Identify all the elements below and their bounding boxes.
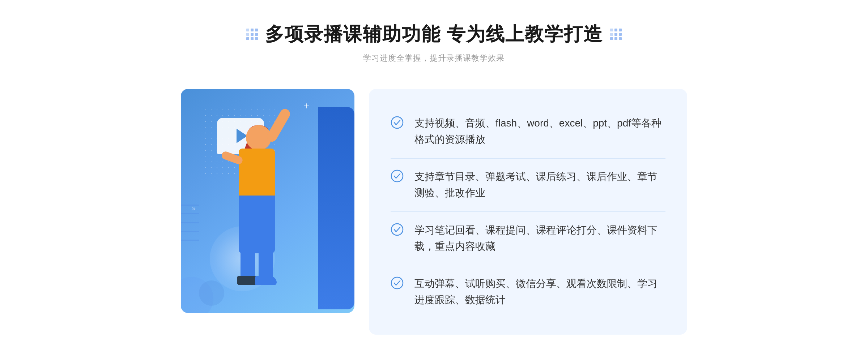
figure-shoe-left: [237, 276, 257, 285]
figure-body: [239, 149, 275, 199]
illustration-area: »: [181, 82, 369, 335]
deco-circle-small: [199, 280, 224, 306]
svg-point-0: [391, 117, 403, 128]
deco-lines: [181, 205, 199, 241]
feature-text-1: 支持视频、音频、flash、word、excel、ppt、pdf等各种格式的资源…: [414, 115, 665, 148]
feature-item-2: 支持章节目录、弹题考试、课后练习、课后作业、章节测验、批改作业: [391, 162, 665, 208]
figure-leg-right: [259, 244, 273, 280]
sparkle-2: [304, 103, 311, 111]
separator-3: [391, 265, 665, 265]
check-icon-3: [391, 223, 404, 236]
content-section: » »: [181, 82, 687, 335]
feature-item-1: 支持视频、音频、flash、word、excel、ppt、pdf等各种格式的资源…: [391, 109, 665, 154]
title-row: 多项录播课辅助功能 专为线上教学打造: [246, 22, 622, 47]
page-container: 多项录播课辅助功能 专为线上教学打造 学习进度全掌握，提升录播课教学效果 »: [0, 0, 868, 335]
svg-point-1: [391, 170, 403, 182]
figure-shoe-right: [255, 276, 277, 285]
features-area: 支持视频、音频、flash、word、excel、ppt、pdf等各种格式的资源…: [369, 89, 687, 335]
feature-text-3: 学习笔记回看、课程提问、课程评论打分、课件资料下载，重点内容收藏: [414, 222, 665, 255]
check-icon-1: [391, 116, 404, 129]
feature-item-3: 学习笔记回看、课程提问、课程评论打分、课件资料下载，重点内容收藏: [391, 216, 665, 261]
right-dot-decoration: [610, 29, 622, 40]
separator-2: [391, 211, 665, 212]
svg-point-2: [391, 224, 403, 235]
check-icon-2: [391, 169, 404, 183]
feature-text-4: 互动弹幕、试听购买、微信分享、观看次数限制、学习进度跟踪、数据统计: [414, 276, 665, 308]
feature-item-4: 互动弹幕、试听购买、微信分享、观看次数限制、学习进度跟踪、数据统计: [391, 269, 665, 315]
check-icon-4: [391, 276, 404, 289]
subtitle: 学习进度全掌握，提升录播课教学效果: [363, 53, 505, 64]
illustration-card: »: [181, 89, 354, 313]
blue-side-panel: [318, 107, 354, 309]
figure-leg-left: [241, 244, 255, 280]
svg-point-3: [391, 277, 403, 289]
main-title: 多项录播课辅助功能 专为线上教学打造: [265, 22, 603, 47]
separator-1: [391, 158, 665, 159]
header-section: 多项录播课辅助功能 专为线上教学打造 学习进度全掌握，提升录播课教学效果: [246, 22, 622, 64]
left-dot-decoration: [246, 29, 258, 40]
feature-text-2: 支持章节目录、弹题考试、课后练习、课后作业、章节测验、批改作业: [414, 169, 665, 201]
